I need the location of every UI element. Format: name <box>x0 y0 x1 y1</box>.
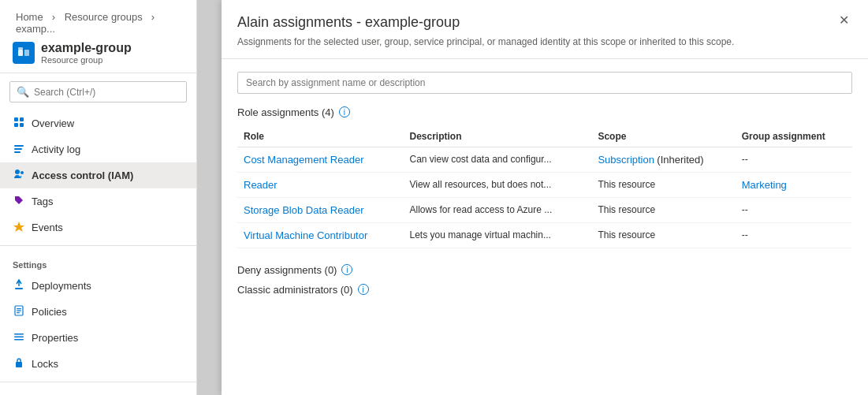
assignment-search-input[interactable] <box>237 72 852 94</box>
settings-nav: Deployments Policies Properties Locks <box>0 273 196 377</box>
sidebar-item-events-label: Events <box>32 222 63 233</box>
sidebar: Home › Resource groups › examp... exampl… <box>0 0 197 395</box>
dialog-panel: Alain assignments - example-group Assign… <box>222 0 868 395</box>
sidebar-item-locks-label: Locks <box>32 358 58 370</box>
svg-rect-20 <box>14 339 24 341</box>
group-link-1[interactable]: Marketing <box>742 179 787 191</box>
sidebar-item-locks[interactable]: Locks <box>0 351 196 377</box>
svg-rect-4 <box>20 117 24 121</box>
sidebar-item-deployments[interactable]: Deployments <box>0 273 196 299</box>
svg-rect-6 <box>20 123 24 127</box>
dialog-header: Alain assignments - example-group Assign… <box>222 0 868 59</box>
classic-administrators-section: Classic administrators (0) i <box>237 284 852 296</box>
scope-link-0[interactable]: Subscription <box>598 154 654 166</box>
role-assignments-section: Role assignments (4) i <box>237 106 852 118</box>
sidebar-item-overview[interactable]: Overview <box>0 110 196 136</box>
access-control-icon <box>13 169 25 182</box>
col-group: Group assignment <box>736 126 852 147</box>
table-row: Reader View all resources, but does not.… <box>237 172 852 197</box>
svg-rect-17 <box>17 312 20 313</box>
cost-section-label: Cost Management <box>0 387 196 395</box>
description-2: Allows for read access to Azure ... <box>403 197 591 222</box>
resource-name: example-group <box>41 41 132 55</box>
group-3: -- <box>736 222 852 248</box>
svg-rect-9 <box>14 151 20 153</box>
deny-assignments-label: Deny assignments (0) <box>237 264 337 276</box>
sidebar-item-events[interactable]: Events <box>0 214 196 240</box>
close-button[interactable]: ✕ <box>836 14 852 27</box>
scope-suffix-0: (Inherited) <box>657 154 703 166</box>
sidebar-item-properties-label: Properties <box>32 332 78 344</box>
deny-info-icon[interactable]: i <box>341 264 352 275</box>
svg-rect-5 <box>14 123 18 127</box>
policies-icon <box>13 305 25 319</box>
sidebar-item-properties[interactable]: Properties <box>0 325 196 351</box>
dialog-subtitle: Assignments for the selected user, group… <box>237 35 734 49</box>
svg-rect-1 <box>24 50 29 56</box>
description-0: Can view cost data and configur... <box>403 147 591 172</box>
svg-rect-16 <box>17 311 21 311</box>
scope-1: This resource <box>591 172 735 197</box>
classic-info-icon[interactable]: i <box>358 284 369 295</box>
table-row: Cost Management Reader Can view cost dat… <box>237 147 852 172</box>
svg-rect-19 <box>14 337 24 338</box>
sidebar-item-activity-log[interactable]: Activity log <box>0 136 196 162</box>
svg-rect-0 <box>18 50 23 56</box>
svg-rect-3 <box>14 117 18 121</box>
sidebar-item-tags-label: Tags <box>32 196 53 207</box>
sidebar-item-access-control[interactable]: Access control (IAM) <box>0 162 196 188</box>
svg-rect-15 <box>17 308 21 309</box>
properties-icon <box>13 331 25 345</box>
locks-icon <box>13 357 25 371</box>
sidebar-header: Home › Resource groups › examp... exampl… <box>0 0 196 73</box>
search-input[interactable] <box>34 87 180 98</box>
col-role: Role <box>237 126 403 147</box>
role-link-2[interactable]: Storage Blob Data Reader <box>244 204 363 216</box>
group-2: -- <box>736 197 852 222</box>
sidebar-item-tags[interactable]: Tags <box>0 188 196 214</box>
scope-0: Subscription (Inherited) <box>591 147 735 172</box>
sidebar-item-policies[interactable]: Policies <box>0 299 196 325</box>
sidebar-item-activity-log-label: Activity log <box>32 143 80 155</box>
svg-point-11 <box>20 171 24 174</box>
svg-rect-2 <box>18 47 23 50</box>
overview-icon <box>13 117 25 130</box>
svg-rect-7 <box>14 145 24 147</box>
scope-3: This resource <box>591 222 735 248</box>
resource-group-title: example-group Resource group <box>13 41 184 65</box>
sidebar-item-deployments-label: Deployments <box>32 280 91 292</box>
breadcrumb-current: examp... <box>16 23 55 35</box>
resource-type: Resource group <box>41 55 132 65</box>
table-row: Virtual Machine Contributor Lets you man… <box>237 222 852 248</box>
svg-marker-12 <box>13 222 24 232</box>
role-assignments-table: Role Description Scope Group assignment … <box>237 126 852 248</box>
activity-log-icon <box>13 143 25 156</box>
group-0: -- <box>736 147 852 172</box>
breadcrumb-home[interactable]: Home <box>16 11 43 23</box>
role-link-1[interactable]: Reader <box>244 179 278 191</box>
svg-rect-13 <box>15 288 23 289</box>
role-link-0[interactable]: Cost Management Reader <box>244 154 363 166</box>
dialog-title: Alain assignments - example-group <box>237 14 734 31</box>
col-description: Description <box>403 126 591 147</box>
dialog-body: Role assignments (4) i Role Description … <box>222 59 868 395</box>
classic-administrators-label: Classic administrators (0) <box>237 284 353 296</box>
deployments-icon <box>13 279 25 293</box>
main-area: Alain assignments - example-group Assign… <box>197 0 868 395</box>
role-assignments-info-icon[interactable]: i <box>339 106 350 117</box>
breadcrumb: Home › Resource groups › examp... <box>13 11 184 35</box>
search-icon: 🔍 <box>17 86 29 98</box>
scope-2: This resource <box>591 197 735 222</box>
dialog-overlay: Alain assignments - example-group Assign… <box>197 0 868 395</box>
role-assignments-label: Role assignments (4) <box>237 106 334 118</box>
role-link-3[interactable]: Virtual Machine Contributor <box>244 229 367 241</box>
description-1: View all resources, but does not... <box>403 172 591 197</box>
resource-group-icon <box>13 42 35 64</box>
description-3: Lets you manage virtual machin... <box>403 222 591 248</box>
events-icon <box>13 221 25 234</box>
search-box[interactable]: 🔍 <box>9 81 187 102</box>
breadcrumb-resource-groups[interactable]: Resource groups <box>65 11 143 23</box>
col-scope: Scope <box>591 126 735 147</box>
primary-nav: Overview Activity log Access control (IA… <box>0 110 196 240</box>
svg-point-10 <box>15 170 20 174</box>
